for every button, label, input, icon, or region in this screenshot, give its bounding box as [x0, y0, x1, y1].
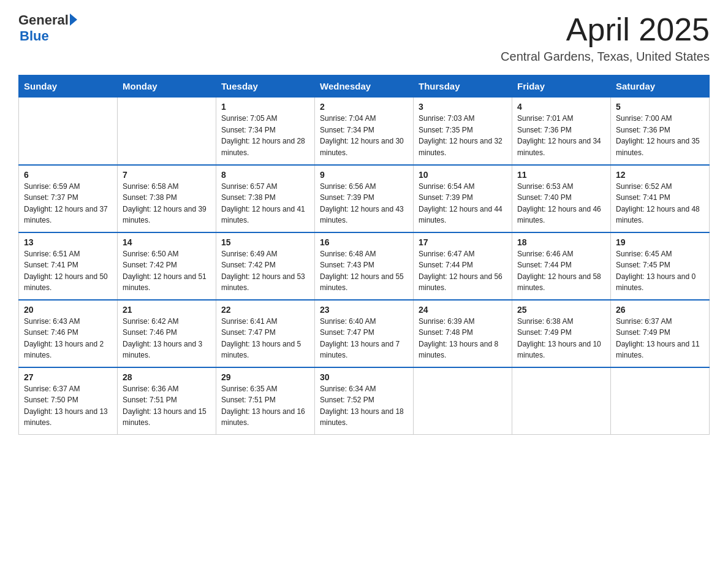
day-number: 23: [320, 305, 408, 315]
calendar-cell: [19, 98, 118, 165]
day-number: 20: [24, 305, 112, 315]
calendar-cell: 18Sunrise: 6:46 AMSunset: 7:44 PMDayligh…: [512, 232, 611, 300]
day-info: Sunrise: 6:37 AMSunset: 7:49 PMDaylight:…: [616, 316, 704, 361]
day-number: 18: [517, 237, 605, 247]
calendar-cell: 3Sunrise: 7:03 AMSunset: 7:35 PMDaylight…: [414, 98, 512, 165]
day-info: Sunrise: 6:40 AMSunset: 7:47 PMDaylight:…: [320, 316, 408, 361]
day-info: Sunrise: 6:35 AMSunset: 7:51 PMDaylight:…: [221, 383, 309, 429]
day-number: 5: [616, 102, 704, 112]
calendar-table: SundayMondayTuesdayWednesdayThursdayFrid…: [18, 75, 710, 435]
day-info: Sunrise: 7:03 AMSunset: 7:35 PMDaylight:…: [419, 113, 507, 158]
day-info: Sunrise: 6:38 AMSunset: 7:49 PMDaylight:…: [517, 316, 605, 361]
day-number: 25: [517, 305, 605, 315]
calendar-cell: 24Sunrise: 6:39 AMSunset: 7:48 PMDayligh…: [414, 300, 512, 367]
day-number: 13: [24, 237, 112, 247]
day-info: Sunrise: 6:43 AMSunset: 7:46 PMDaylight:…: [24, 316, 112, 361]
calendar-cell: 25Sunrise: 6:38 AMSunset: 7:49 PMDayligh…: [512, 300, 611, 367]
logo-general-text: General: [18, 12, 69, 28]
calendar-week-row: 1Sunrise: 7:05 AMSunset: 7:34 PMDaylight…: [19, 98, 710, 165]
day-number: 29: [221, 372, 309, 382]
day-number: 9: [320, 170, 408, 180]
day-number: 21: [123, 305, 211, 315]
calendar-cell: 4Sunrise: 7:01 AMSunset: 7:36 PMDaylight…: [512, 98, 611, 165]
day-info: Sunrise: 6:41 AMSunset: 7:47 PMDaylight:…: [221, 316, 309, 361]
day-info: Sunrise: 6:53 AMSunset: 7:40 PMDaylight:…: [517, 181, 605, 226]
day-number: 26: [616, 305, 704, 315]
calendar-cell: 5Sunrise: 7:00 AMSunset: 7:36 PMDaylight…: [611, 98, 710, 165]
calendar-cell: 7Sunrise: 6:58 AMSunset: 7:38 PMDaylight…: [118, 165, 216, 232]
calendar-cell: 29Sunrise: 6:35 AMSunset: 7:51 PMDayligh…: [216, 367, 315, 435]
day-info: Sunrise: 6:59 AMSunset: 7:37 PMDaylight:…: [24, 181, 112, 226]
day-number: 11: [517, 170, 605, 180]
day-number: 12: [616, 170, 704, 180]
day-info: Sunrise: 6:46 AMSunset: 7:44 PMDaylight:…: [517, 248, 605, 294]
calendar-week-row: 20Sunrise: 6:43 AMSunset: 7:46 PMDayligh…: [19, 300, 710, 367]
day-info: Sunrise: 6:39 AMSunset: 7:48 PMDaylight:…: [419, 316, 507, 361]
day-info: Sunrise: 6:51 AMSunset: 7:41 PMDaylight:…: [24, 248, 112, 294]
day-number: 10: [419, 170, 507, 180]
calendar-cell: 28Sunrise: 6:36 AMSunset: 7:51 PMDayligh…: [118, 367, 216, 435]
day-info: Sunrise: 6:58 AMSunset: 7:38 PMDaylight:…: [123, 181, 211, 226]
column-header-friday: Friday: [512, 75, 611, 98]
day-info: Sunrise: 7:01 AMSunset: 7:36 PMDaylight:…: [517, 113, 605, 158]
day-info: Sunrise: 6:42 AMSunset: 7:46 PMDaylight:…: [123, 316, 211, 361]
day-info: Sunrise: 6:56 AMSunset: 7:39 PMDaylight:…: [320, 181, 408, 226]
page-header: General Blue April 2025 Central Gardens,…: [18, 12, 710, 64]
day-info: Sunrise: 6:50 AMSunset: 7:42 PMDaylight:…: [123, 248, 211, 294]
day-number: 1: [221, 102, 309, 112]
calendar-week-row: 27Sunrise: 6:37 AMSunset: 7:50 PMDayligh…: [19, 367, 710, 435]
day-number: 4: [517, 102, 605, 112]
calendar-cell: 10Sunrise: 6:54 AMSunset: 7:39 PMDayligh…: [414, 165, 512, 232]
day-info: Sunrise: 6:34 AMSunset: 7:52 PMDaylight:…: [320, 383, 408, 429]
calendar-cell: 27Sunrise: 6:37 AMSunset: 7:50 PMDayligh…: [19, 367, 118, 435]
day-number: 17: [419, 237, 507, 247]
calendar-week-row: 13Sunrise: 6:51 AMSunset: 7:41 PMDayligh…: [19, 232, 710, 300]
column-header-tuesday: Tuesday: [216, 75, 315, 98]
day-number: 14: [123, 237, 211, 247]
day-info: Sunrise: 6:45 AMSunset: 7:45 PMDaylight:…: [616, 248, 704, 294]
day-info: Sunrise: 6:49 AMSunset: 7:42 PMDaylight:…: [221, 248, 309, 294]
calendar-cell: 15Sunrise: 6:49 AMSunset: 7:42 PMDayligh…: [216, 232, 315, 300]
day-number: 2: [320, 102, 408, 112]
day-info: Sunrise: 6:37 AMSunset: 7:50 PMDaylight:…: [24, 383, 112, 429]
calendar-cell: 13Sunrise: 6:51 AMSunset: 7:41 PMDayligh…: [19, 232, 118, 300]
calendar-cell: 26Sunrise: 6:37 AMSunset: 7:49 PMDayligh…: [611, 300, 710, 367]
day-info: Sunrise: 6:52 AMSunset: 7:41 PMDaylight:…: [616, 181, 704, 226]
day-number: 24: [419, 305, 507, 315]
column-header-saturday: Saturday: [611, 75, 710, 98]
day-number: 15: [221, 237, 309, 247]
calendar-cell: 22Sunrise: 6:41 AMSunset: 7:47 PMDayligh…: [216, 300, 315, 367]
day-info: Sunrise: 6:57 AMSunset: 7:38 PMDaylight:…: [221, 181, 309, 226]
day-info: Sunrise: 6:36 AMSunset: 7:51 PMDaylight:…: [123, 383, 211, 429]
calendar-cell: 30Sunrise: 6:34 AMSunset: 7:52 PMDayligh…: [315, 367, 414, 435]
calendar-subtitle: Central Gardens, Texas, United States: [501, 50, 710, 64]
column-header-monday: Monday: [118, 75, 216, 98]
calendar-title: April 2025: [501, 12, 710, 47]
calendar-cell: 16Sunrise: 6:48 AMSunset: 7:43 PMDayligh…: [315, 232, 414, 300]
column-header-wednesday: Wednesday: [315, 75, 414, 98]
logo-arrow-icon: [70, 13, 77, 26]
day-number: 7: [123, 170, 211, 180]
calendar-cell: 20Sunrise: 6:43 AMSunset: 7:46 PMDayligh…: [19, 300, 118, 367]
day-number: 28: [123, 372, 211, 382]
logo-blue-text: Blue: [20, 28, 49, 44]
column-header-thursday: Thursday: [414, 75, 512, 98]
calendar-cell: 8Sunrise: 6:57 AMSunset: 7:38 PMDaylight…: [216, 165, 315, 232]
day-info: Sunrise: 7:05 AMSunset: 7:34 PMDaylight:…: [221, 113, 309, 158]
day-number: 3: [419, 102, 507, 112]
calendar-cell: 12Sunrise: 6:52 AMSunset: 7:41 PMDayligh…: [611, 165, 710, 232]
calendar-cell: [118, 98, 216, 165]
day-info: Sunrise: 6:47 AMSunset: 7:44 PMDaylight:…: [419, 248, 507, 294]
calendar-title-block: April 2025 Central Gardens, Texas, Unite…: [501, 12, 710, 64]
column-header-sunday: Sunday: [19, 75, 118, 98]
day-number: 8: [221, 170, 309, 180]
day-info: Sunrise: 7:00 AMSunset: 7:36 PMDaylight:…: [616, 113, 704, 158]
calendar-cell: 19Sunrise: 6:45 AMSunset: 7:45 PMDayligh…: [611, 232, 710, 300]
day-info: Sunrise: 6:54 AMSunset: 7:39 PMDaylight:…: [419, 181, 507, 226]
calendar-week-row: 6Sunrise: 6:59 AMSunset: 7:37 PMDaylight…: [19, 165, 710, 232]
day-number: 30: [320, 372, 408, 382]
calendar-header-row: SundayMondayTuesdayWednesdayThursdayFrid…: [19, 75, 710, 98]
calendar-cell: 2Sunrise: 7:04 AMSunset: 7:34 PMDaylight…: [315, 98, 414, 165]
day-number: 6: [24, 170, 112, 180]
calendar-cell: 9Sunrise: 6:56 AMSunset: 7:39 PMDaylight…: [315, 165, 414, 232]
